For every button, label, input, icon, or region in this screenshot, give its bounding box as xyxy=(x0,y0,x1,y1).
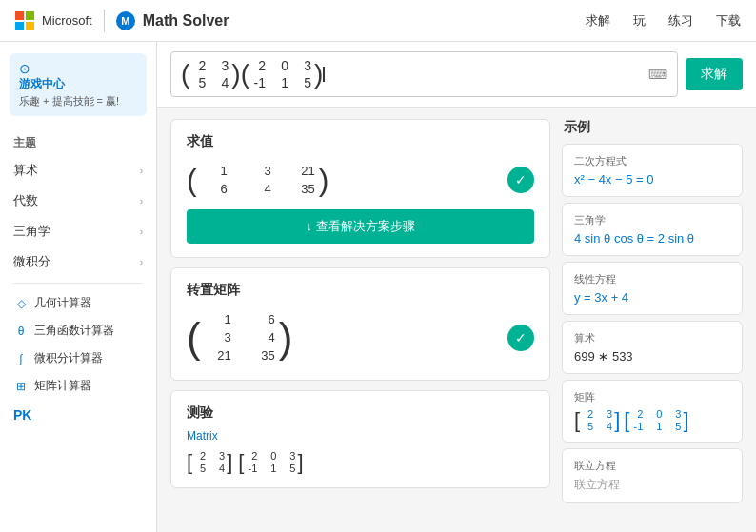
sidebar-item-label: 微积分 xyxy=(13,253,50,270)
text-cursor xyxy=(323,67,325,82)
sidebar-item-arithmetic[interactable]: 算术 › xyxy=(0,155,156,186)
sidebar-tool-trig-calc[interactable]: θ 三角函数计算器 xyxy=(0,317,156,345)
solve-button[interactable]: 求解 xyxy=(686,58,743,90)
check-icon: ✓ xyxy=(507,167,534,193)
nav-practice[interactable]: 练习 xyxy=(668,12,693,30)
example-label: 矩阵 xyxy=(574,390,730,404)
app-header: Microsoft M Math Solver 求解 玩 练习 下载 xyxy=(0,0,756,42)
sidebar-item-calculus[interactable]: 微积分 › xyxy=(0,246,156,277)
sidebar-item-algebra[interactable]: 代数 › xyxy=(0,186,156,216)
right-bracket: ) xyxy=(314,61,323,88)
evaluate-title: 求值 xyxy=(187,133,534,150)
right-bracket: ] xyxy=(297,452,303,473)
sidebar-item-label: 算术 xyxy=(13,162,38,179)
results-panel: 求值 ( 1 3 21 6 xyxy=(170,119,550,521)
microsoft-logo[interactable] xyxy=(15,11,34,30)
evaluate-card: 求值 ( 1 3 21 6 xyxy=(170,119,550,258)
example-label: 三角学 xyxy=(574,213,730,227)
transpose-title: 转置矩阵 xyxy=(187,282,534,299)
sm-content: 203 -115 xyxy=(246,450,295,474)
integral-icon: ∫ xyxy=(13,352,29,365)
sidebar-tool-calculus-calc[interactable]: ∫ 微积分计算器 xyxy=(0,345,156,372)
chevron-right-icon: › xyxy=(140,227,143,237)
example-formula: 699 ∗ 533 xyxy=(574,349,730,364)
game-sub: 乐趣 + 提高技能 = 赢! xyxy=(19,94,137,108)
header-left: Microsoft M Math Solver xyxy=(15,10,229,32)
example-label: 二次方程式 xyxy=(574,154,730,168)
example-system[interactable]: 联立方程 联立方程 xyxy=(562,448,743,503)
example-trig[interactable]: 三角学 4 sin θ cos θ = 2 sin θ xyxy=(562,203,743,256)
main-layout: ⊙ 游戏中心 乐趣 + 提高技能 = 赢! 主题 算术 › 代数 › 三角学 ›… xyxy=(0,42,756,532)
examples-panel: 示例 二次方程式 x² − 4x − 5 = 0 三角学 4 sin θ cos… xyxy=(562,119,743,521)
sidebar-divider xyxy=(13,283,143,284)
left-bracket: ( xyxy=(241,61,249,88)
example-label: 联立方程 xyxy=(574,459,730,473)
test-matrix-1: [ 23 54 ] xyxy=(187,450,232,474)
sm-content: 23 54 xyxy=(194,450,225,474)
example-label: 算术 xyxy=(574,331,730,345)
matrix-grid: 1 3 21 6 4 35 xyxy=(201,164,315,196)
example-linear[interactable]: 线性方程 y = 3x + 4 xyxy=(562,262,743,315)
example-formula: x² − 4x − 5 = 0 xyxy=(574,172,730,187)
example-matrix[interactable]: 矩阵 [ 23 54 ] [ xyxy=(562,380,743,443)
matrix-example-display: [ 23 54 ] [ 203 -115 xyxy=(574,408,730,432)
test-matrix-2: [ 203 -115 ] xyxy=(238,450,303,474)
test-tag: Matrix xyxy=(187,429,534,443)
chevron-right-icon: › xyxy=(140,166,143,176)
content-area: ( 23 54 ) ( 203 -115 ) ⌨ xyxy=(157,42,756,532)
nav-solve[interactable]: 求解 xyxy=(586,12,610,30)
game-banner[interactable]: ⊙ 游戏中心 乐趣 + 提高技能 = 赢! xyxy=(10,53,147,116)
matrix-content: 23 54 xyxy=(192,58,229,90)
left-bracket: [ xyxy=(574,410,580,431)
matrix-icon: ⊞ xyxy=(13,380,29,393)
test-card: 测验 Matrix [ 23 54 ] xyxy=(170,390,550,488)
right-paren: ) xyxy=(319,165,329,195)
left-bracket: [ xyxy=(624,410,629,431)
header-nav: 求解 玩 练习 下载 xyxy=(586,12,741,30)
nav-download[interactable]: 下载 xyxy=(716,12,741,30)
test-matrices: [ 23 54 ] [ 203 -115 xyxy=(187,450,534,474)
tool-label: 几何计算器 xyxy=(34,295,91,311)
matrix-grid: 1 6 3 4 21 35 xyxy=(205,312,275,363)
chevron-right-icon: › xyxy=(140,257,143,267)
left-bracket: [ xyxy=(238,452,244,473)
left-bracket: [ xyxy=(187,452,192,473)
right-bracket: ] xyxy=(227,452,232,473)
transpose-result-content: ( 1 6 3 4 xyxy=(187,308,534,366)
sm-content: 23 54 xyxy=(582,408,612,432)
sidebar-item-label: 代数 xyxy=(13,192,38,209)
sidebar-item-label: 三角学 xyxy=(13,223,50,240)
right-paren: ) xyxy=(279,317,293,359)
theta-icon: θ xyxy=(13,325,29,338)
input-matrix-1: ( 23 54 ) xyxy=(181,58,241,90)
left-paren: ( xyxy=(187,317,201,359)
ex-matrix-2: [ 203 -115 ] xyxy=(624,408,688,432)
example-formula: y = 3x + 4 xyxy=(574,290,730,305)
keyboard-icon[interactable]: ⌨ xyxy=(648,67,667,82)
tool-label: 微积分计算器 xyxy=(34,350,103,366)
transpose-matrix: ( 1 6 3 4 xyxy=(187,312,292,363)
example-arithmetic[interactable]: 算术 699 ∗ 533 xyxy=(562,321,743,374)
example-quadratic[interactable]: 二次方程式 x² − 4x − 5 = 0 xyxy=(562,144,743,197)
matrix-content: 203 -115 xyxy=(252,58,311,90)
nav-play[interactable]: 玩 xyxy=(633,12,646,30)
transpose-card: 转置矩阵 ( 1 6 3 4 xyxy=(170,267,550,381)
example-label: 线性方程 xyxy=(574,272,730,286)
ex-matrix-1: [ 23 54 ] xyxy=(574,408,620,432)
main-scroll: 求值 ( 1 3 21 6 xyxy=(157,108,756,532)
sidebar: ⊙ 游戏中心 乐趣 + 提高技能 = 赢! 主题 算术 › 代数 › 三角学 ›… xyxy=(0,42,157,532)
sidebar-section-label: 主题 xyxy=(0,128,156,155)
input-bar: ( 23 54 ) ( 203 -115 ) ⌨ xyxy=(157,42,756,108)
solution-steps-button[interactable]: ↓ 查看解决方案步骤 xyxy=(187,209,534,244)
sidebar-pk[interactable]: PK xyxy=(0,400,156,430)
sidebar-tool-geometry[interactable]: ◇ 几何计算器 xyxy=(0,289,156,317)
right-bracket: ] xyxy=(614,410,620,431)
header-divider xyxy=(104,10,105,32)
input-matrix-2: ( 203 -115 ) xyxy=(241,58,324,90)
sidebar-tool-matrix-calc[interactable]: ⊞ 矩阵计算器 xyxy=(0,372,156,400)
sidebar-item-trigonometry[interactable]: 三角学 › xyxy=(0,216,156,246)
check-icon: ✓ xyxy=(507,325,534,351)
game-title: 游戏中心 xyxy=(19,76,137,92)
math-input[interactable]: ( 23 54 ) ( 203 -115 ) ⌨ xyxy=(170,51,678,97)
left-bracket: ( xyxy=(181,61,189,88)
